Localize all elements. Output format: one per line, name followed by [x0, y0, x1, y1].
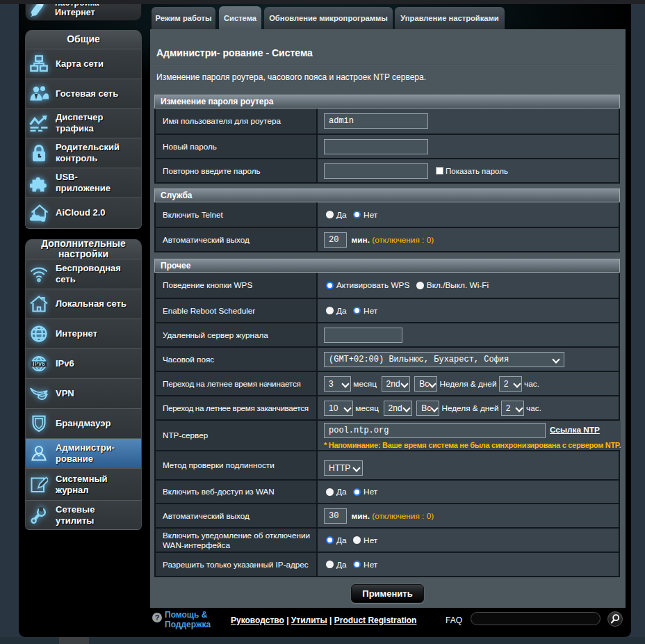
svg-text:IPv6: IPv6 [33, 360, 45, 367]
